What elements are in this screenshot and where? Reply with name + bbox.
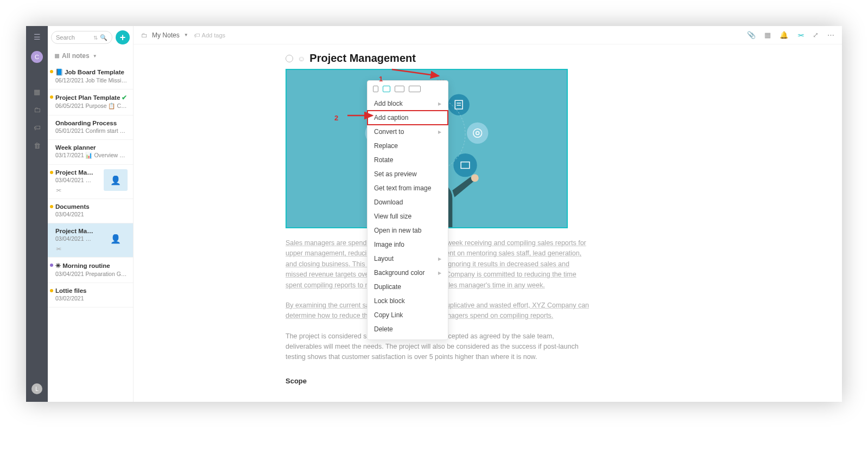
menu-item-background-color[interactable]: Background color▶	[368, 266, 448, 280]
add-tags[interactable]: 🏷 Add tags	[194, 32, 225, 39]
grid-icon[interactable]: ▦	[34, 88, 40, 96]
menu-item-view-full-size[interactable]: View full size	[368, 209, 448, 223]
color-dot	[50, 70, 53, 73]
menu-item-layout[interactable]: Layout▶	[368, 252, 448, 266]
image-context-menu: Add block▶Add captionConvert to▶ReplaceR…	[367, 80, 448, 340]
attachment-icon[interactable]: 📎	[747, 31, 756, 39]
menu-item-convert-to[interactable]: Convert to▶	[368, 125, 448, 139]
note-thumbnail: 👤	[104, 228, 128, 249]
width-option-4[interactable]	[409, 86, 421, 92]
note-title: Lottie files	[55, 287, 128, 294]
chevron-right-icon: ▶	[438, 130, 441, 134]
qr-icon[interactable]: ▦	[764, 31, 771, 39]
share-icon[interactable]: ⫘	[797, 31, 804, 39]
menu-item-rotate[interactable]: Rotate	[368, 153, 448, 167]
all-notes-dropdown[interactable]: ≣ All notes ▼	[48, 49, 133, 64]
color-dot	[50, 95, 53, 99]
menu-icon[interactable]: ☰	[34, 33, 41, 41]
main-area: 🗀 My Notes ▼ 🏷 Add tags 📎 ▦ 🔔 ⫘ ⤢ ⋯	[134, 26, 842, 402]
note-sub: 06/05/2021 Purpose 📋 Cr…	[55, 102, 128, 110]
width-option-1[interactable]	[373, 86, 378, 92]
note-title: 📘 Job Board Template	[55, 68, 128, 76]
notes-sidebar: Search ⇅ 🔍 + ≣ All notes ▼ 📘 Job Board T…	[48, 26, 134, 402]
trash-icon[interactable]: 🗑	[34, 142, 41, 150]
width-option-3[interactable]	[395, 86, 404, 92]
note-item[interactable]: ✳ Morning routine03/04/2021 Preparation …	[48, 258, 133, 283]
chevron-down-icon[interactable]: ▼	[184, 33, 188, 37]
menu-item-replace[interactable]: Replace	[368, 139, 448, 153]
breadcrumb[interactable]: My Notes	[152, 31, 180, 39]
color-dot	[50, 289, 53, 292]
more-icon[interactable]: ⋯	[827, 31, 834, 39]
width-option-2[interactable]	[383, 86, 390, 92]
note-title: Project Ma…	[55, 169, 100, 176]
scope-heading[interactable]: Scope	[286, 377, 590, 385]
user-avatar[interactable]: L	[31, 383, 42, 394]
workspace-avatar[interactable]: C	[31, 51, 43, 63]
note-sub: 03/04/2021	[55, 211, 128, 217]
app-frame: ☰ C ▦ 🗀 🏷 🗑 L Search ⇅ 🔍 + ≣ All notes ▼…	[26, 26, 842, 402]
color-dot	[50, 264, 53, 267]
share-icon: ⫘	[55, 187, 100, 193]
chevron-right-icon: ▶	[438, 271, 441, 275]
width-options	[368, 84, 448, 97]
note-title: Project Plan Template ✔	[55, 94, 128, 101]
tag-icon[interactable]: 🏷	[34, 124, 41, 132]
note-list[interactable]: 📘 Job Board Template06/12/2021 Job Title…	[48, 64, 133, 402]
folder-icon[interactable]: 🗀	[34, 106, 41, 114]
filter-icon[interactable]: ⇅	[93, 35, 98, 41]
list-icon: ≣	[54, 52, 60, 60]
menu-item-set-as-preview[interactable]: Set as preview	[368, 167, 448, 181]
note-title: ✳ Morning routine	[55, 262, 128, 270]
menu-item-add-block[interactable]: Add block▶	[368, 97, 448, 111]
note-item[interactable]: Documents03/04/2021	[48, 199, 133, 223]
color-dot	[50, 205, 53, 208]
search-placeholder: Search	[56, 34, 75, 41]
note-sub: 05/01/2021 Confirm start …	[55, 127, 128, 134]
bell-icon[interactable]: 🔔	[780, 31, 788, 39]
note-content: ☺ Project Management	[134, 44, 842, 402]
tag-icon: 🏷	[194, 32, 200, 39]
note-item[interactable]: Lottie files03/02/2021	[48, 283, 133, 307]
menu-item-download[interactable]: Download	[368, 195, 448, 209]
note-sub: 03/04/2021 Preparation G…	[55, 271, 128, 277]
note-sub: 03/04/2021 …	[55, 235, 100, 242]
share-icon: ⫘	[55, 245, 100, 252]
note-item[interactable]: Project Plan Template ✔06/05/2021 Purpos…	[48, 89, 133, 116]
svg-point-16	[471, 174, 479, 182]
note-item[interactable]: 📘 Job Board Template06/12/2021 Job Title…	[48, 64, 133, 89]
search-input[interactable]: Search ⇅ 🔍	[51, 31, 112, 44]
menu-item-image-info[interactable]: Image info	[368, 238, 448, 252]
note-title: Documents	[55, 203, 128, 210]
note-sub: 03/17/2021 📊 Overview S…	[55, 152, 128, 159]
note-item[interactable]: Week planner03/17/2021 📊 Overview S…	[48, 140, 133, 165]
menu-item-delete[interactable]: Delete	[368, 322, 448, 336]
svg-point-3	[448, 94, 469, 115]
add-note-button[interactable]: +	[116, 30, 130, 44]
chevron-down-icon: ▼	[93, 54, 97, 59]
note-sub: 06/12/2021 Job Title Missi…	[55, 77, 128, 84]
menu-item-lock-block[interactable]: Lock block	[368, 294, 448, 308]
menu-item-get-text-from-image[interactable]: Get text from image	[368, 181, 448, 195]
checkbox-icon[interactable]	[286, 55, 293, 62]
menu-item-add-caption[interactable]: Add caption	[368, 111, 448, 125]
note-sub: 03/04/2021 …	[55, 177, 100, 183]
expand-icon[interactable]: ⤢	[813, 31, 819, 39]
note-title: Project Ma…	[55, 228, 100, 234]
note-item[interactable]: Onboarding Process05/01/2021 Confirm sta…	[48, 116, 133, 140]
search-icon[interactable]: 🔍	[100, 34, 107, 41]
page-title[interactable]: Project Management	[309, 52, 416, 65]
menu-item-duplicate[interactable]: Duplicate	[368, 280, 448, 294]
note-thumbnail: 👤	[104, 169, 128, 191]
emoji-icon[interactable]: ☺	[297, 54, 305, 63]
note-item[interactable]: Project Ma…03/04/2021 …⫘👤	[48, 165, 133, 199]
chevron-right-icon: ▶	[438, 256, 441, 261]
menu-item-copy-link[interactable]: Copy Link	[368, 308, 448, 322]
note-sub: 03/02/2021	[55, 295, 128, 302]
chevron-right-icon: ▶	[438, 101, 441, 106]
menu-item-open-in-new-tab[interactable]: Open in new tab	[368, 223, 448, 238]
note-title: Onboarding Process	[55, 120, 128, 126]
note-item[interactable]: Project Ma…03/04/2021 …⫘👤	[48, 223, 133, 258]
svg-point-5	[467, 123, 488, 144]
color-dot	[50, 171, 53, 174]
